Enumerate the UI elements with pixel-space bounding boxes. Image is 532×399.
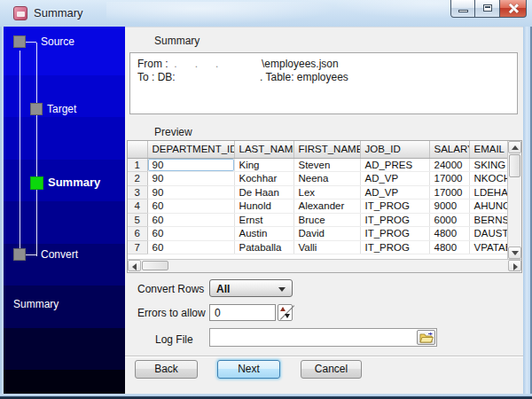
window-border-bottom	[0, 394, 532, 399]
grid-cell[interactable]: 4800	[429, 227, 469, 241]
app-icon[interactable]	[13, 6, 27, 20]
vertical-scroll-thumb[interactable]	[509, 154, 520, 177]
vertical-scrollbar[interactable]	[507, 141, 521, 260]
grid-cell[interactable]: Ernst	[234, 213, 293, 227]
grid-cell[interactable]: 60	[147, 227, 234, 241]
window-title: Summary	[34, 6, 83, 20]
row-number[interactable]: 7	[128, 240, 147, 254]
step-label-source: Source	[41, 35, 74, 48]
grid-cell[interactable]: 60	[147, 213, 234, 227]
scroll-up-button[interactable]	[508, 141, 521, 153]
errors-to-allow-label: Errors to allow	[137, 307, 206, 319]
grid-cell[interactable]: 6000	[429, 213, 469, 227]
grid-cell[interactable]: DAUSTIN	[469, 227, 508, 241]
grid-cell[interactable]: David	[293, 227, 360, 241]
grid-cell[interactable]: AHUNOLD	[469, 200, 508, 214]
grid-cell[interactable]: Lex	[293, 185, 360, 200]
grid-cell[interactable]: Valli	[293, 240, 360, 254]
grid-cell[interactable]: 4800	[429, 240, 469, 254]
summary-info-box: From : . . . \employees.json To : DB: . …	[129, 52, 518, 114]
corner-header-cell[interactable]	[128, 141, 147, 158]
maximize-icon	[483, 4, 492, 12]
step-connector-line	[36, 43, 37, 256]
grid-cell[interactable]: 60	[147, 240, 234, 254]
grid-cell[interactable]: Austin	[234, 227, 293, 241]
log-file-input[interactable]	[209, 328, 437, 347]
errors-spinner[interactable]	[278, 304, 293, 321]
step-connector-line	[26, 254, 36, 255]
grid-cell[interactable]: IT_PROG	[360, 240, 429, 254]
titlebar[interactable]: Summary	[0, 0, 532, 27]
next-button[interactable]: Next	[217, 360, 280, 379]
grid-cell[interactable]: Pataballa	[234, 240, 293, 254]
horizontal-scrollbar[interactable]	[128, 259, 521, 272]
grid-cell[interactable]: 17000	[429, 172, 469, 186]
grid-cell[interactable]: 24000	[429, 158, 469, 172]
grid-cell[interactable]: Steven	[293, 158, 360, 172]
column-header[interactable]: JOB_ID	[360, 141, 429, 158]
column-header[interactable]: SALARY	[429, 141, 469, 158]
scroll-down-button[interactable]	[508, 246, 521, 259]
grid-cell[interactable]: 90	[147, 172, 234, 186]
grid-cell[interactable]: BERNST	[469, 213, 508, 227]
grid-cell[interactable]: VPATABAL	[469, 240, 508, 254]
grid-cell[interactable]: SKING	[469, 158, 508, 172]
grid-cell[interactable]: Bruce	[293, 213, 360, 227]
row-number[interactable]: 2	[128, 172, 147, 186]
grid-cell[interactable]: 90	[147, 158, 234, 172]
spinner-up-icon[interactable]	[280, 307, 286, 311]
step-label-target: Target	[47, 103, 76, 115]
grid-cell[interactable]: Neena	[293, 172, 360, 186]
grid-cell[interactable]: 9000	[429, 200, 469, 214]
row-number[interactable]: 4	[128, 200, 147, 214]
sidebar-footer-label: Summary	[13, 298, 59, 310]
grid-cell[interactable]: NKOCHHAR	[469, 172, 508, 186]
convert-rows-dropdown[interactable]: All	[209, 279, 293, 297]
column-header[interactable]: FIRST_NAME	[293, 141, 360, 158]
wizard-steps-sidebar: Source Target Summary Convert Summary	[4, 27, 125, 394]
table-row: 5 60 Ernst Bruce IT_PROG 6000 BERNST	[128, 213, 508, 227]
minimize-button[interactable]	[450, 0, 475, 18]
cancel-button[interactable]: Cancel	[301, 360, 362, 379]
maximize-button[interactable]	[475, 0, 500, 18]
column-header[interactable]: LAST_NAME	[234, 141, 293, 158]
table-row: 7 60 Pataballa Valli IT_PROG 4800 VPATAB…	[128, 240, 508, 254]
header-row: DEPARTMENT_ID LAST_NAME FIRST_NAME JOB_I…	[128, 141, 508, 158]
column-header[interactable]: EMAIL	[469, 141, 508, 158]
close-button[interactable]	[500, 0, 527, 18]
scroll-left-icon	[132, 263, 137, 270]
errors-to-allow-input[interactable]: 0	[209, 304, 276, 321]
back-button[interactable]: Back	[135, 360, 198, 379]
column-header[interactable]: DEPARTMENT_ID	[147, 141, 234, 158]
grid-cell[interactable]: Alexander	[293, 200, 360, 214]
scroll-left-button[interactable]	[128, 260, 141, 271]
row-number[interactable]: 6	[128, 227, 147, 241]
target-table-name: . Table: employees	[260, 71, 348, 84]
grid-cell[interactable]: King	[234, 158, 293, 172]
grid-cell[interactable]: Kochhar	[234, 172, 293, 186]
grid-cell[interactable]: IT_PROG	[360, 227, 429, 241]
step-marker-summary-active	[30, 176, 43, 190]
scroll-right-button[interactable]	[508, 260, 521, 271]
grid-cell[interactable]: 90	[147, 185, 234, 200]
row-number[interactable]: 5	[128, 213, 147, 227]
grid-cell[interactable]: AD_VP	[360, 172, 429, 186]
grid-cell[interactable]: De Haan	[234, 185, 293, 200]
summary-section-title: Summary	[154, 35, 200, 47]
browse-log-file-button[interactable]	[417, 330, 435, 345]
grid-cell[interactable]: LDEHAAN	[469, 185, 508, 200]
grid-cell[interactable]: Hunold	[234, 200, 293, 214]
horizontal-scroll-thumb[interactable]	[142, 261, 168, 270]
spinner-down-icon[interactable]	[285, 314, 290, 318]
grid-cell[interactable]: IT_PROG	[360, 213, 429, 227]
row-number[interactable]: 1	[128, 158, 147, 172]
chevron-down-icon	[278, 287, 286, 292]
grid-cell[interactable]: AD_VP	[360, 185, 429, 200]
grid-cell[interactable]: IT_PROG	[360, 200, 429, 214]
grid-cell[interactable]: AD_PRES	[360, 158, 429, 172]
preview-grid: DEPARTMENT_ID LAST_NAME FIRST_NAME JOB_I…	[127, 140, 522, 273]
grid-cell[interactable]: 60	[147, 200, 234, 214]
grid-cell[interactable]: 17000	[429, 185, 469, 200]
row-number[interactable]: 3	[128, 185, 147, 200]
redacted-source-path: . . .	[171, 58, 262, 71]
